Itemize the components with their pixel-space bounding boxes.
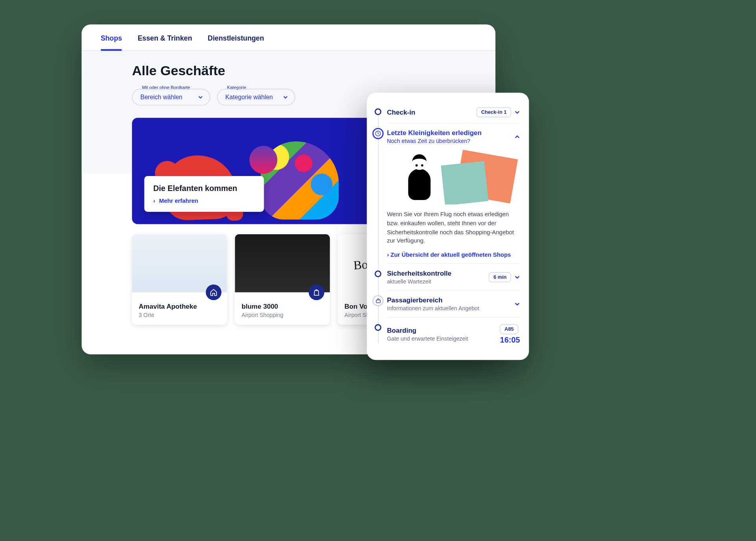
checkin-chip: Check-in 1 bbox=[477, 107, 511, 117]
tab-shops[interactable]: Shops bbox=[101, 35, 122, 50]
open-shops-link[interactable]: › Zur Übersicht der aktuell geöffneten S… bbox=[387, 251, 520, 258]
chevron-right-icon: › bbox=[153, 197, 155, 204]
step-link-label: Zur Übersicht der aktuell geöffneten Sho… bbox=[391, 251, 511, 258]
hero-title: Die Elefanten kommen bbox=[153, 184, 237, 193]
step-passenger-area[interactable]: Passagierbereich Informationen zum aktue… bbox=[387, 291, 520, 317]
timeline-dot-icon bbox=[374, 108, 381, 115]
step-security[interactable]: Sicherheitskontrolle aktuelle Wartezeit … bbox=[387, 264, 520, 291]
filter-bereich-value: Bereich wählen bbox=[141, 94, 183, 100]
gate-chip: A85 bbox=[500, 324, 518, 334]
chevron-down-icon[interactable] bbox=[514, 274, 520, 280]
svg-rect-1 bbox=[376, 300, 380, 302]
shop-image bbox=[132, 234, 227, 293]
filter-kategorie-select[interactable]: Kategorie wählen bbox=[217, 89, 295, 106]
step-subtitle: Noch etwas Zeit zu überbrücken? bbox=[387, 138, 482, 144]
step-title: Boarding bbox=[387, 326, 468, 334]
filter-bereich-select[interactable]: Bereich wählen bbox=[132, 89, 210, 106]
chevron-down-icon bbox=[283, 94, 288, 100]
step-title: Sicherheitskontrolle bbox=[387, 269, 452, 277]
filter-kategorie-value: Kategorie wählen bbox=[225, 94, 273, 100]
step-shopping: Letzte Kleinigkeiten erledigen Noch etwa… bbox=[387, 124, 520, 264]
elephant-colorful-illustration bbox=[261, 141, 339, 220]
chevron-down-icon bbox=[198, 94, 203, 100]
shop-subtitle: Airport Shopping bbox=[242, 312, 323, 318]
hero-link-label: Mehr erfahren bbox=[159, 197, 198, 204]
clock-icon bbox=[372, 128, 384, 139]
step-checkin[interactable]: Check-in Check-in 1 bbox=[387, 102, 520, 123]
journey-timeline: Check-in Check-in 1 Letzte Kleinigkeiten… bbox=[367, 102, 529, 350]
timeline-dot-icon bbox=[374, 324, 381, 331]
filter-kategorie: Kategorie Kategorie wählen bbox=[217, 89, 295, 106]
step-boarding[interactable]: Boarding Gate und erwartete Einsteigezei… bbox=[387, 317, 520, 350]
category-tabs: Shops Essen & Trinken Dienstleistungen bbox=[82, 24, 495, 51]
step-title: Passagierbereich bbox=[387, 296, 479, 304]
home-icon bbox=[206, 285, 222, 300]
shop-name: Amavita Apotheke bbox=[139, 302, 220, 310]
shopping-bag-icon bbox=[309, 285, 324, 300]
timeline-dot-icon bbox=[374, 270, 381, 277]
shop-card-blume3000[interactable]: blume 3000 Airport Shopping bbox=[235, 234, 330, 325]
boarding-time: 16:05 bbox=[500, 335, 520, 345]
waittime-chip: 6 min bbox=[489, 272, 511, 282]
step-subtitle: Gate und erwartete Einsteigezeit bbox=[387, 335, 468, 341]
filter-bereich: Mit oder ohne Bordkarte Bereich wählen bbox=[132, 89, 210, 106]
step-subtitle: Informationen zum aktuellen Angebot bbox=[387, 305, 479, 311]
shop-name: blume 3000 bbox=[242, 302, 323, 310]
shop-card-amavita[interactable]: Amavita Apotheke 3 Orte bbox=[132, 234, 227, 325]
page-title: Alle Geschäfte bbox=[132, 63, 476, 79]
hero-info-card: Die Elefanten kommen › Mehr erfahren bbox=[144, 176, 264, 212]
step-subtitle: aktuelle Wartezeit bbox=[387, 278, 452, 285]
shop-image bbox=[235, 234, 330, 293]
shopping-illustration bbox=[387, 150, 520, 204]
step-title: Letzte Kleinigkeiten erledigen bbox=[387, 129, 482, 137]
step-title: Check-in bbox=[387, 108, 415, 116]
chevron-down-icon[interactable] bbox=[514, 109, 520, 115]
tab-dienstleistungen[interactable]: Dienstleistungen bbox=[208, 35, 264, 50]
suitcase-icon bbox=[372, 295, 384, 306]
tab-essen-trinken[interactable]: Essen & Trinken bbox=[138, 35, 192, 50]
chevron-down-icon[interactable] bbox=[514, 301, 520, 306]
chevron-right-icon: › bbox=[387, 251, 389, 258]
shop-subtitle: 3 Orte bbox=[139, 312, 220, 318]
step-body-text: Wenn Sie vor Ihrem Flug noch etwas erled… bbox=[387, 210, 520, 245]
hero-more-link[interactable]: › Mehr erfahren bbox=[153, 197, 237, 204]
chevron-up-icon[interactable] bbox=[514, 134, 520, 139]
mobile-timeline-card: Check-in Check-in 1 Letzte Kleinigkeiten… bbox=[367, 93, 529, 360]
